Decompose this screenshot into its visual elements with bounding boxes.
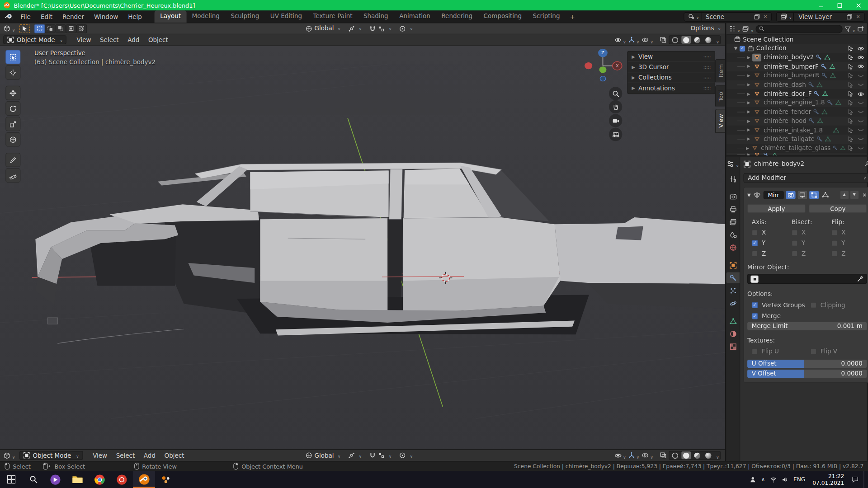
viewport-menu[interactable]: Object [144,35,172,45]
outliner-object-row[interactable]: ▶ chimère_bumperR [726,71,867,80]
xray-toggle[interactable] [660,452,666,459]
eye-open-icon[interactable] [858,91,864,96]
topbar-menu[interactable]: Help [123,11,147,22]
tab-output[interactable] [726,204,740,215]
outliner-scene-collection-row[interactable]: Scene Collection [726,35,867,44]
tab-world[interactable] [726,242,740,253]
workspace-tab[interactable]: Sculpting [225,10,264,23]
expand-triangle-icon[interactable]: ▶ [747,55,750,60]
camera-view-button[interactable] [609,114,622,127]
collapse-triangle-icon[interactable]: ▼ [734,46,738,51]
eye-closed-icon[interactable] [858,136,864,142]
tab-tool[interactable] [726,173,740,184]
copy-button[interactable]: Copy [809,204,867,213]
expand-triangle-icon[interactable]: ▶ [747,101,750,105]
snap-target-icon[interactable] [378,25,385,32]
selectable-icon[interactable] [848,73,854,79]
eye-closed-icon[interactable] [858,100,864,106]
taskbar-blender-active[interactable] [133,471,155,488]
selectable-icon[interactable] [848,46,854,52]
taskbar-app-dots[interactable] [155,471,177,488]
tray-network-icon[interactable] [770,476,777,483]
eye-closed-icon[interactable] [858,127,864,133]
add-workspace-button[interactable]: + [566,11,580,23]
scene-selector[interactable]: Scene × [684,12,772,21]
snap-toggle-icon[interactable] [369,452,376,459]
outliner-object-row[interactable]: ▶ chimère_door_F [726,89,867,99]
blender-menu-icon[interactable] [5,13,14,20]
scene-copy-icon[interactable] [752,14,762,19]
maximize-button[interactable] [830,0,849,10]
perspective-toggle-button[interactable] [609,128,622,141]
new-collection-button[interactable] [858,25,864,32]
merge-checkbox[interactable] [752,313,758,319]
workspace-tab[interactable]: Rendering [436,10,478,23]
selectable-icon[interactable] [848,91,854,97]
expand-triangle-icon[interactable]: ▶ [747,110,750,114]
outliner-object-row[interactable]: ▶ chimère_hood [726,117,867,126]
gizmos-dropdown[interactable] [628,450,639,460]
selectable-icon[interactable] [848,127,854,133]
workspace-tab[interactable]: Animation [394,10,436,23]
topbar-menu[interactable]: File [15,11,36,22]
collection-checkbox[interactable]: ✓ [740,46,745,51]
tab-particles[interactable] [726,285,740,296]
tool-rotate[interactable] [5,101,20,116]
eye-open-icon[interactable] [858,55,864,60]
breadcrumb-object-name[interactable]: chimère_bodyv2 [754,160,804,167]
eye-closed-icon[interactable] [858,73,864,78]
taskbar-search-button[interactable] [22,471,44,488]
scene-unlink-icon[interactable]: × [762,14,769,19]
viewport-canvas[interactable]: Z X User Perspective (63) Scene Collecti… [0,46,725,450]
add-modifier-dropdown[interactable]: Add Modifier [743,173,868,183]
shading-wireframe-button[interactable] [670,451,680,459]
outliner-display-mode-dropdown[interactable] [742,23,754,34]
show-desktop-button[interactable] [863,471,866,488]
drag-handle-icon[interactable]: ::::: [703,65,711,70]
workspace-tab[interactable]: Compositing [478,10,527,23]
close-button[interactable] [849,0,868,10]
move-modifier-up-button[interactable]: ▲ [840,191,848,199]
overlays-dropdown[interactable] [642,35,653,45]
select-mode-set-button[interactable] [34,24,45,33]
flip-v-checkbox[interactable] [811,348,816,354]
sidebar-tab[interactable]: View [715,109,725,133]
selectable-icon[interactable] [848,82,854,88]
expand-triangle-icon[interactable]: ▶ [747,128,750,132]
n-panel-section[interactable]: ▶ View ::::: [628,52,715,62]
pivot-point-icon[interactable] [348,25,355,32]
outliner-object-row[interactable]: ▶ chimère_tailgate [726,135,867,144]
expand-triangle-icon[interactable]: ▶ [747,64,750,69]
mode-dropdown-bottom[interactable]: Object Mode [19,451,83,460]
flip-y-checkbox[interactable] [831,240,837,246]
snap-toggle-icon[interactable] [369,25,376,32]
selectable-icon[interactable] [848,100,854,106]
n-panel-section[interactable]: ▶ 3D Cursor ::::: [628,62,715,72]
editor-type-button[interactable] [3,23,15,33]
minimize-button[interactable] [811,0,830,10]
shading-rendered-button[interactable] [703,36,713,44]
flip-x-checkbox[interactable] [831,230,837,235]
n-panel-section[interactable]: ▶ Collections ::::: [628,72,715,83]
view-layer-remove-icon[interactable]: × [854,14,862,19]
workspace-tab[interactable]: Scripting [527,10,565,23]
pan-hand-button[interactable] [609,100,622,113]
flip-z-checkbox[interactable] [831,251,837,257]
shading-material-button[interactable] [693,36,702,44]
panel-collapse-icon[interactable]: ▼ [747,192,751,197]
outliner-editor-type-button[interactable] [729,23,741,34]
shading-wireframe-button[interactable] [670,36,680,44]
selectable-icon[interactable] [848,136,854,142]
render-visibility-toggle[interactable] [786,191,795,199]
select-mode-extend-button[interactable] [45,24,55,33]
tab-object[interactable] [726,259,740,270]
eye-closed-icon[interactable] [858,145,864,151]
outliner-filter-dropdown[interactable] [844,23,855,34]
tool-annotate[interactable] [5,153,20,167]
outliner-object-row[interactable]: ▶ chimère_intake_1.8 [726,126,867,135]
tab-render[interactable] [726,191,740,202]
tool-scale[interactable] [5,117,20,131]
viewport-menu-bottom[interactable]: View [88,450,112,460]
u-offset-slider[interactable]: U Offset 0.0000 [747,360,867,368]
drag-handle-icon[interactable]: ::::: [703,86,711,91]
